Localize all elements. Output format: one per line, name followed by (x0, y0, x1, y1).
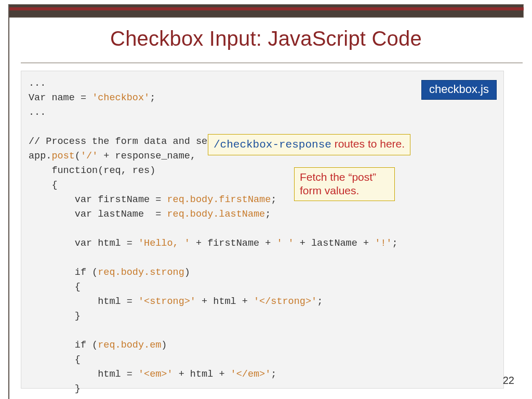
callout-fetch-line1: Fetch the “post” (300, 171, 376, 183)
callout-fetch-line2: form values. (300, 184, 359, 196)
top-bar-accent (8, 7, 524, 10)
slide-title: Checkbox Input: JavaScript Code (0, 27, 532, 50)
callout-fetch: Fetch the “post” form values. (294, 167, 395, 201)
title-underline (21, 62, 523, 63)
slide: Checkbox Input: JavaScript Code ... Var … (0, 0, 532, 399)
code-block: ... Var name = 'checkbox'; ... // Proces… (21, 71, 504, 389)
top-bar (8, 4, 524, 18)
page-number: 22 (503, 375, 514, 387)
left-rule (8, 4, 9, 399)
callout-route-code: /checkbox-response (214, 139, 331, 151)
callout-route-text: routes to here. (331, 138, 405, 150)
callout-route: /checkbox-response routes to here. (208, 134, 410, 155)
filename-badge: checkbox.js (421, 80, 497, 100)
